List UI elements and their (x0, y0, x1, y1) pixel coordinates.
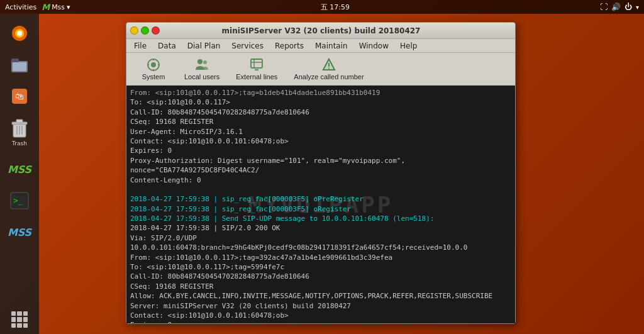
toolbar-local-users-label: Local users (184, 73, 219, 81)
terminal-icon: >_ (9, 191, 30, 211)
toolbar-external-lines-label: External lines (236, 73, 277, 81)
menu-services[interactable]: Services (226, 40, 269, 52)
sidebar-item-firefox[interactable] (5, 19, 34, 48)
firefox-icon (9, 23, 30, 43)
sidebar-item-terminal[interactable]: >_ (5, 186, 34, 215)
activities-button[interactable]: Activities (5, 3, 36, 11)
svg-marker-31 (323, 59, 335, 70)
log-line: Expires: 0 (130, 146, 511, 155)
toolbar-system-button[interactable]: System (131, 55, 175, 83)
app-window: miniSIPServer V32 (20 clients) build 201… (126, 22, 516, 324)
menu-reports[interactable]: Reports (270, 40, 309, 52)
clock-display: 五 17:59 (321, 3, 350, 12)
maximize-button[interactable] (141, 26, 149, 35)
menu-data[interactable]: Data (153, 40, 181, 52)
sound-icon: 🔊 (611, 3, 621, 11)
log-line: Expires: 0 (130, 320, 511, 323)
svg-text:>_: >_ (13, 196, 23, 205)
window-controls (130, 26, 160, 35)
toolbar: System Local users (126, 53, 515, 86)
log-line: Content-Length: 0 (130, 175, 511, 185)
log-scroll-container[interactable]: From: <sip:101@10.0.0.117>;tag=b1deb41b4… (126, 86, 515, 323)
system-menu-arrow[interactable]: ▾ (636, 4, 639, 11)
svg-rect-10 (16, 120, 23, 123)
sidebar-item-mss1[interactable]: MSS (5, 155, 34, 184)
log-line: CSeq: 19168 REGISTER (130, 117, 511, 126)
log-line: From: <sip:101@10.0.0.117>;tag=b1deb41b4… (130, 88, 511, 97)
log-line: Allow: ACK,BYE,CANCEL,INFO,INVITE,MESSAG… (130, 291, 511, 301)
log-line: 2018-04-27 17:59:38 | SIP/2.0 200 OK (130, 223, 511, 233)
log-line: 2018-04-27 17:59:38 | sip_reg_fac[000003… (130, 204, 511, 214)
menu-dial-plan[interactable]: Dial Plan (182, 40, 226, 52)
log-line: To: <sip:101@10.0.0.117>;tag=5994fe7c (130, 262, 511, 272)
log-line: Via: SIP/2.0/UDP 10.0.0.101:60478;branch… (130, 233, 511, 253)
trash-icon (9, 119, 30, 139)
menu-bar: File Data Dial Plan Services Reports Mai… (126, 39, 515, 53)
log-line: 2018-04-27 17:59:38 | Send SIP-UDP messa… (130, 214, 511, 223)
dropdown-arrow-icon: ▾ (67, 3, 70, 11)
power-icon: ⏻ (625, 3, 632, 11)
menu-maintain[interactable]: Maintain (310, 40, 353, 52)
log-line: Contact: <sip:101@10.0.0.101:60478;ob> (130, 136, 511, 146)
svg-rect-5 (13, 62, 26, 71)
mss2-icon: MSS (9, 222, 30, 242)
log-line: CSeq: 19168 REGISTER (130, 282, 511, 291)
sidebar-item-trash[interactable]: Trash (5, 118, 34, 147)
toolbar-system-label: System (142, 73, 165, 81)
toolbar-analyze-button[interactable]: Analyze called number (286, 55, 371, 83)
svg-point-17 (151, 62, 156, 67)
svg-point-22 (197, 59, 203, 64)
log-line (130, 185, 511, 194)
mss1-icon: MSS (9, 159, 30, 179)
log-line: Server: miniSIPServer V32 (20 clients) b… (130, 301, 511, 311)
system-toolbar-icon (146, 57, 161, 72)
desktop: Activities M Mss ▾ 五 17:59 ⛶ 🔊 ⏻ ▾ (0, 0, 644, 334)
window-title: miniSIPServer V32 (20 clients) build 201… (160, 26, 482, 35)
software-icon: 🛍 (9, 86, 30, 106)
toolbar-external-lines-button[interactable]: External lines (228, 55, 285, 83)
files-icon (9, 55, 30, 75)
menu-help[interactable]: Help (395, 40, 422, 52)
svg-rect-4 (11, 58, 19, 62)
svg-rect-24 (251, 59, 262, 68)
log-line: Contact: <sip:101@10.0.0.101:60478;ob> (130, 311, 511, 320)
top-panel: Activities M Mss ▾ 五 17:59 ⛶ 🔊 ⏻ ▾ (0, 0, 644, 14)
sidebar-item-software[interactable]: 🛍 (5, 82, 34, 111)
mss-menu-button[interactable]: M Mss ▾ (42, 3, 70, 12)
sidebar-item-mss2[interactable]: MSS (5, 218, 34, 247)
log-content-area[interactable]: MYVOIPAPP From: <sip:101@10.0.0.117>;tag… (126, 86, 515, 323)
log-line: Call-ID: 80b848745045470282848775a7de810… (130, 108, 511, 117)
close-button[interactable] (152, 26, 160, 35)
svg-text:🛍: 🛍 (15, 91, 24, 101)
log-line: From: <sip:101@10.0.0.117>;tag=392ac47a7… (130, 253, 511, 262)
svg-point-23 (203, 60, 207, 64)
trash-label: Trash (12, 140, 27, 147)
window-titlebar: miniSIPServer V32 (20 clients) build 201… (126, 23, 515, 39)
mss-logo: M (42, 3, 50, 12)
analyze-icon (321, 57, 336, 72)
toolbar-analyze-label: Analyze called number (294, 73, 364, 81)
mss-label: Mss (52, 3, 65, 11)
sidebar: 🛍 Trash MSS (0, 14, 39, 334)
log-line: Proxy-Authorization: Digest username="10… (130, 156, 511, 175)
menu-file[interactable]: File (129, 40, 152, 52)
sidebar-item-files[interactable] (5, 50, 34, 79)
log-line: 2018-04-27 17:59:38 | sip_reg_fac[000003… (130, 194, 511, 204)
log-line: User-Agent: MicroSIP/3.16.1 (130, 127, 511, 136)
svg-point-2 (17, 31, 22, 36)
external-lines-icon (249, 57, 264, 72)
local-users-icon (194, 57, 209, 72)
network-icon: ⛶ (600, 3, 608, 11)
minimize-button[interactable] (130, 26, 138, 35)
menu-window[interactable]: Window (354, 40, 394, 52)
log-line: Call-ID: 80b848745045470282848775a7de810… (130, 272, 511, 281)
log-line: To: <sip:101@10.0.0.117> (130, 97, 511, 107)
app-grid-button[interactable] (11, 311, 28, 328)
toolbar-local-users-button[interactable]: Local users (177, 55, 227, 83)
